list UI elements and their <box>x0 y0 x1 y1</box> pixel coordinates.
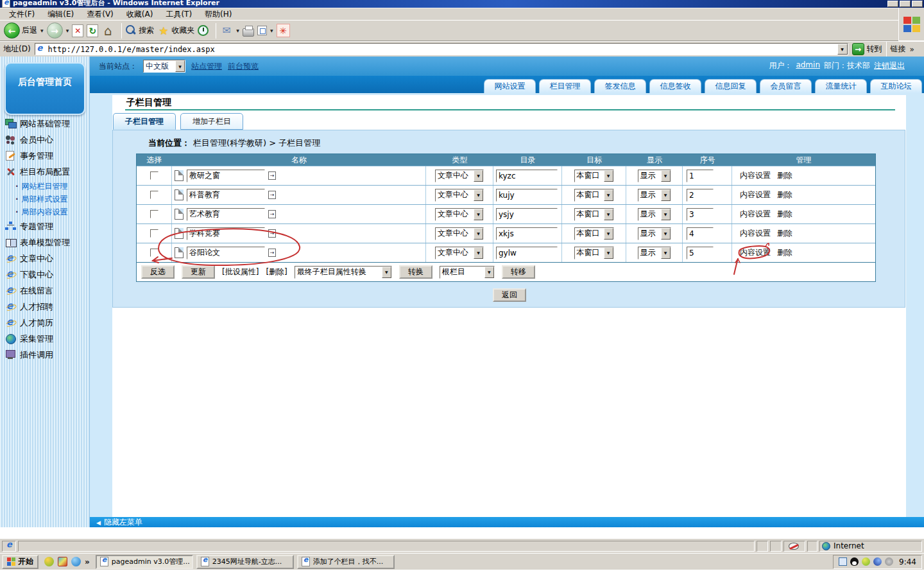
row-checkbox[interactable] <box>150 171 158 180</box>
address-dropdown-icon[interactable]: ▼ <box>837 44 848 55</box>
chevron-down-icon[interactable] <box>604 247 613 259</box>
display-select[interactable]: 显示 <box>638 170 671 182</box>
site-select[interactable]: 中文版 <box>143 60 185 73</box>
convert-button[interactable]: 转换 <box>399 265 432 279</box>
directory-input[interactable] <box>496 208 558 221</box>
chevron-down-icon[interactable] <box>661 209 671 220</box>
chevron-down-icon[interactable] <box>382 267 391 278</box>
invert-select-button[interactable]: 反选 <box>141 265 175 279</box>
tab-column-manage[interactable]: 栏目管理 <box>539 79 591 93</box>
menu-favorites[interactable]: 收藏(A) <box>120 8 160 21</box>
chevron-down-icon[interactable] <box>604 228 613 240</box>
logout-link[interactable]: 注销退出 <box>874 60 905 71</box>
forward-dropdown-icon[interactable]: ▼ <box>66 28 69 33</box>
task-button-question[interactable]: 添加了个栏目，找不... <box>297 555 395 569</box>
site-manage-link[interactable]: 站点管理 <box>191 61 222 72</box>
menu-tools[interactable]: 工具(T) <box>159 8 198 21</box>
tab-add-subcolumn[interactable]: 增加子栏目 <box>180 113 243 130</box>
close-button[interactable] <box>912 1 923 7</box>
search-button[interactable]: 搜索 <box>126 25 154 36</box>
sidebar-item-topics[interactable]: 专题管理 <box>5 218 88 234</box>
chevron-down-icon[interactable] <box>175 60 185 72</box>
sidebar-item-form-models[interactable]: 表单模型管理 <box>5 234 88 250</box>
type-select[interactable]: 文章中心 <box>435 227 484 240</box>
menu-edit[interactable]: 编辑(E) <box>41 8 80 21</box>
delete-link[interactable]: 删除 <box>777 209 792 220</box>
content-setting-link[interactable]: 内容设置 <box>740 247 771 258</box>
tab-traffic-stats[interactable]: 流量统计 <box>815 79 867 93</box>
chevron-down-icon[interactable] <box>474 228 483 240</box>
refresh-button[interactable] <box>87 24 98 37</box>
target-select[interactable]: 本窗口 <box>574 227 614 240</box>
delete-link[interactable]: 删除 <box>777 170 792 181</box>
tab-info-reply[interactable]: 信息回复 <box>705 79 757 93</box>
content-setting-link[interactable]: 内容设置 <box>740 189 771 200</box>
address-input[interactable]: http://127.0.0.1/e/master/index.aspx ▼ <box>35 43 848 55</box>
mail-button[interactable]: ▼ <box>220 24 239 37</box>
directory-input[interactable] <box>496 247 558 259</box>
menu-view[interactable]: 查看(V) <box>80 8 120 21</box>
sidebar-item-site-base[interactable]: 网站基础管理 <box>5 116 88 132</box>
sidebar-item-site-column-manage[interactable]: ·网站栏目管理 <box>5 180 88 193</box>
minimize-button[interactable] <box>887 1 898 7</box>
row-checkbox[interactable] <box>150 249 158 257</box>
content-setting-link[interactable]: 内容设置 <box>740 170 771 181</box>
tray-app-icon[interactable] <box>862 557 870 566</box>
type-select[interactable]: 文章中心 <box>435 189 484 202</box>
tray-ime-icon[interactable] <box>839 557 847 566</box>
tab-sign-info[interactable]: 签发信息 <box>594 79 646 93</box>
display-select[interactable]: 显示 <box>638 227 671 240</box>
batch-attr-link[interactable]: [批设属性] <box>222 267 259 277</box>
directory-input[interactable] <box>496 189 558 202</box>
addon-button[interactable] <box>277 24 290 37</box>
order-input[interactable] <box>687 208 714 221</box>
tab-help-forum[interactable]: 互助论坛 <box>870 79 922 93</box>
type-select[interactable]: 文章中心 <box>435 170 484 182</box>
display-select[interactable]: 显示 <box>638 247 671 259</box>
sidebar-item-article-center[interactable]: 文章中心 <box>5 250 88 267</box>
tab-member-message[interactable]: 会员留言 <box>760 79 812 93</box>
name-input[interactable] <box>187 189 265 202</box>
edit-page-button[interactable]: ▼ <box>257 26 273 35</box>
name-input[interactable] <box>187 247 265 259</box>
target-select[interactable]: 本窗口 <box>574 208 614 221</box>
edit-dropdown-icon[interactable]: ▼ <box>270 28 273 33</box>
quick-launch-icon[interactable] <box>71 557 81 566</box>
move-target-select[interactable]: 根栏目 <box>440 266 495 279</box>
mail-dropdown-icon[interactable]: ▼ <box>236 28 239 33</box>
delete-link[interactable]: 删除 <box>777 228 792 239</box>
menu-help[interactable]: 帮助(H) <box>198 8 238 21</box>
quick-launch-icon[interactable] <box>44 557 54 566</box>
row-checkbox[interactable] <box>150 229 158 238</box>
go-icon[interactable] <box>852 43 864 55</box>
order-input[interactable] <box>687 227 714 240</box>
quick-launch-icon[interactable] <box>58 557 67 566</box>
favorites-button[interactable]: 收藏夹 <box>157 24 194 37</box>
row-checkbox[interactable] <box>150 210 158 218</box>
preview-icon[interactable] <box>268 191 276 199</box>
content-setting-link[interactable]: 内容设置 <box>740 228 771 239</box>
links-label[interactable]: 链接 <box>891 44 906 55</box>
sidebar-item-column-layout[interactable]: 栏目布局配置 <box>5 164 88 180</box>
directory-input[interactable] <box>496 227 558 240</box>
sidebar-item-download-center[interactable]: 下载中心 <box>5 267 88 283</box>
type-select[interactable]: 文章中心 <box>435 208 484 221</box>
tray-volume-icon[interactable] <box>885 557 893 566</box>
sidebar-item-affairs[interactable]: 事务管理 <box>5 148 88 164</box>
start-button[interactable]: 开始 <box>2 555 38 569</box>
delete-link[interactable]: 删除 <box>777 189 792 200</box>
chevron-down-icon[interactable] <box>484 267 494 278</box>
update-button[interactable]: 更新 <box>182 265 215 279</box>
front-preview-link[interactable]: 前台预览 <box>228 61 259 72</box>
display-select[interactable]: 显示 <box>638 208 671 221</box>
chevron-down-icon[interactable] <box>604 170 613 182</box>
move-button[interactable]: 转移 <box>502 265 535 279</box>
chevron-down-icon[interactable] <box>474 247 483 259</box>
sidebar-item-job-resume[interactable]: 人才简历 <box>5 315 88 331</box>
sidebar-item-local-content[interactable]: ·局部内容设置 <box>5 206 88 218</box>
name-input[interactable] <box>187 208 265 221</box>
quick-launch-chevron-icon[interactable] <box>85 557 90 566</box>
type-select[interactable]: 文章中心 <box>435 247 484 259</box>
preview-icon[interactable] <box>268 171 276 180</box>
chevron-down-icon[interactable] <box>474 189 483 201</box>
